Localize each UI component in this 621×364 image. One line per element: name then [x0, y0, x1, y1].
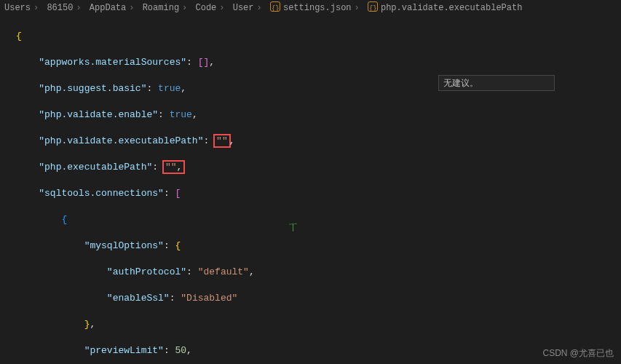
- crumb[interactable]: Code: [196, 3, 217, 13]
- crumb[interactable]: Users: [4, 3, 31, 13]
- crumb[interactable]: 86150: [47, 3, 73, 13]
- suggest-widget: 无建议。: [438, 75, 555, 91]
- chevron-right-icon: ›: [182, 3, 187, 13]
- crumb-file[interactable]: settings.json: [283, 3, 352, 13]
- cursor-indicator-icon: ㄒ: [288, 221, 298, 234]
- json-file-icon: [270, 1, 280, 12]
- breadcrumb[interactable]: Users› 86150› AppData› Roaming› Code› Us…: [0, 0, 621, 17]
- crumb[interactable]: Roaming: [143, 3, 179, 13]
- crumb[interactable]: User: [233, 3, 254, 13]
- crumb-symbol[interactable]: php.validate.executablePath: [381, 3, 522, 13]
- crumb[interactable]: AppData: [90, 3, 126, 13]
- chevron-right-icon: ›: [33, 3, 39, 13]
- code-editor[interactable]: { "appworks.materialSources": [], "php.s…: [0, 17, 621, 364]
- chevron-right-icon: ›: [355, 3, 360, 13]
- chevron-right-icon: ›: [219, 3, 224, 13]
- watermark: CSDN @尤喜已也: [542, 347, 614, 360]
- chevron-right-icon: ›: [129, 3, 134, 13]
- chevron-right-icon: ›: [76, 3, 81, 13]
- json-symbol-icon: [368, 1, 378, 12]
- highlight-box-1: "": [213, 134, 231, 148]
- chevron-right-icon: ›: [257, 3, 262, 13]
- highlight-box-2: "",: [162, 160, 185, 174]
